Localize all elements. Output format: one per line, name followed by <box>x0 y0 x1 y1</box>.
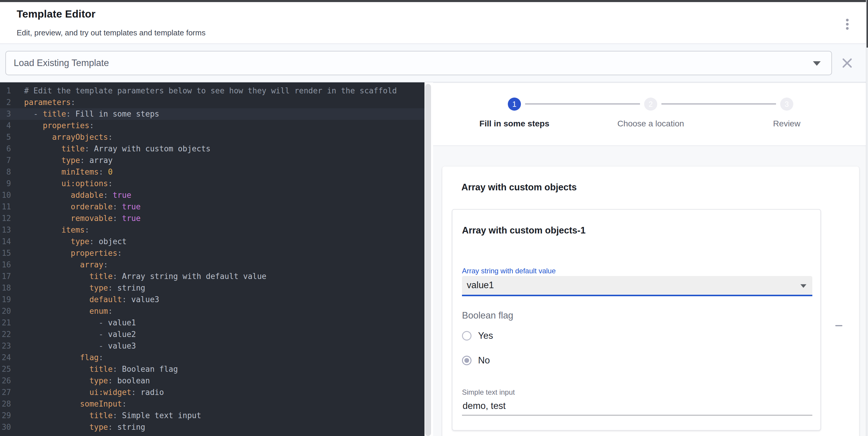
code-line: 18 type: string <box>0 282 425 294</box>
page-header: Template Editor Edit, preview, and try o… <box>0 2 868 44</box>
line-number: 9 <box>0 178 11 190</box>
line-number: 29 <box>0 410 11 422</box>
clear-selection-button[interactable] <box>839 49 856 77</box>
step-label: Fill in some steps <box>479 119 550 129</box>
code-line: 27 ui:widget: radio <box>0 387 425 398</box>
line-number: 24 <box>0 352 11 363</box>
radio-option-yes[interactable]: Yes <box>462 329 493 342</box>
caret-down-icon <box>800 284 806 288</box>
code-line: 9 ui:options: <box>0 178 425 190</box>
more-options-button[interactable] <box>839 15 855 33</box>
line-number: 26 <box>0 375 11 387</box>
wizard-stepper: 1 Fill in some steps 2 Choose a location… <box>433 82 868 146</box>
load-template-placeholder: Load Existing Template <box>14 58 109 68</box>
code-line: 21 - value1 <box>0 317 425 329</box>
line-number: 23 <box>0 340 11 352</box>
page-title: Template Editor <box>17 8 96 20</box>
line-number: 25 <box>0 363 11 375</box>
radio-option-no[interactable]: No <box>462 354 490 367</box>
line-number: 6 <box>0 143 11 155</box>
stepper-connector <box>525 103 640 104</box>
code-line: 26 type: boolean <box>0 375 425 387</box>
code-line: 22 - value2 <box>0 329 425 340</box>
remove-array-item-button[interactable] <box>832 318 846 333</box>
line-number: 28 <box>0 398 11 410</box>
code-line: 8 minItems: 0 <box>0 166 425 178</box>
code-line: 2parameters: <box>0 97 425 108</box>
code-line: 14 type: object <box>0 236 425 247</box>
line-number: 18 <box>0 282 11 294</box>
line-number: 30 <box>0 422 11 433</box>
code-line: 10 addable: true <box>0 190 425 201</box>
kebab-menu-icon <box>846 27 849 30</box>
line-number: 21 <box>0 317 11 329</box>
step-label: Review <box>773 119 800 129</box>
code-line: 12 removable: true <box>0 213 425 224</box>
line-number: 2 <box>0 97 11 108</box>
code-line: 23 - value3 <box>0 340 425 352</box>
page-scrollbar[interactable] <box>866 0 868 436</box>
array-item-card: Array with custom objects-1 Array string… <box>452 209 821 431</box>
template-toolbar: Load Existing Template <box>0 44 868 82</box>
step-label: Choose a location <box>617 119 684 129</box>
code-lines: 1# Edit the template parameters below to… <box>0 85 425 433</box>
page-subtitle: Edit, preview, and try out templates and… <box>17 28 206 37</box>
editor-preview-split: 1# Edit the template parameters below to… <box>0 82 868 436</box>
step-circle[interactable]: 1 <box>508 98 521 111</box>
form-preview-area: Array with custom objects Array with cus… <box>433 146 868 436</box>
line-number: 10 <box>0 190 11 201</box>
window-top-strip <box>0 0 868 2</box>
line-number: 4 <box>0 120 11 131</box>
line-number: 5 <box>0 131 11 143</box>
code-line: 7 type: array <box>0 155 425 166</box>
scrollbar-thumb[interactable] <box>867 0 868 47</box>
code-line: 17 title: Array string with default valu… <box>0 271 425 282</box>
kebab-menu-icon <box>846 19 849 22</box>
code-line: 25 title: Boolean flag <box>0 363 425 375</box>
line-number: 7 <box>0 155 11 166</box>
radio-group-label: Boolean flag <box>462 310 513 321</box>
code-line: 3 - title: Fill in some steps <box>0 108 425 120</box>
kebab-menu-icon <box>846 23 849 26</box>
code-line: 29 title: Simple text input <box>0 410 425 422</box>
code-line: 15 properties: <box>0 247 425 259</box>
array-string-select[interactable]: value1 <box>462 276 812 296</box>
split-drag-handle[interactable] <box>425 84 431 436</box>
code-line: 19 default: value3 <box>0 294 425 305</box>
minus-icon <box>835 325 842 326</box>
line-number: 20 <box>0 305 11 317</box>
line-number: 15 <box>0 247 11 259</box>
text-field-label: Simple text input <box>462 388 515 397</box>
code-line: 16 array: <box>0 259 425 271</box>
line-number: 13 <box>0 224 11 236</box>
select-field-label: Array string with default value <box>462 267 556 275</box>
code-line: 30 type: string <box>0 422 425 433</box>
code-line: 28 someInput: <box>0 398 425 410</box>
form-section-card: Array with custom objects Array with cus… <box>442 167 859 436</box>
step-circle[interactable]: 2 <box>644 98 657 111</box>
code-line: 13 items: <box>0 224 425 236</box>
line-number: 8 <box>0 166 11 178</box>
line-number: 11 <box>0 201 11 213</box>
stepper-connector <box>661 103 776 104</box>
line-number: 12 <box>0 213 11 224</box>
code-line: 20 enum: <box>0 305 425 317</box>
step-circle[interactable]: 3 <box>780 98 793 111</box>
load-existing-template-select[interactable]: Load Existing Template <box>5 51 832 75</box>
radio-icon <box>462 356 471 365</box>
simple-text-input[interactable]: demo, test <box>462 399 812 415</box>
line-number: 14 <box>0 236 11 247</box>
caret-down-icon <box>813 61 821 66</box>
template-preview-panel: 1 Fill in some steps 2 Choose a location… <box>433 82 868 436</box>
code-line: 4 properties: <box>0 120 425 131</box>
line-number: 16 <box>0 259 11 271</box>
radio-icon <box>462 331 471 340</box>
text-field-value: demo, test <box>463 401 506 411</box>
yaml-code-editor[interactable]: 1# Edit the template parameters below to… <box>0 82 425 436</box>
line-number: 3 <box>0 108 11 120</box>
code-line: 1# Edit the template parameters below to… <box>0 85 425 97</box>
close-icon <box>840 56 854 70</box>
code-line: 11 orderable: true <box>0 201 425 213</box>
select-field-value: value1 <box>467 279 494 290</box>
line-number: 17 <box>0 271 11 282</box>
